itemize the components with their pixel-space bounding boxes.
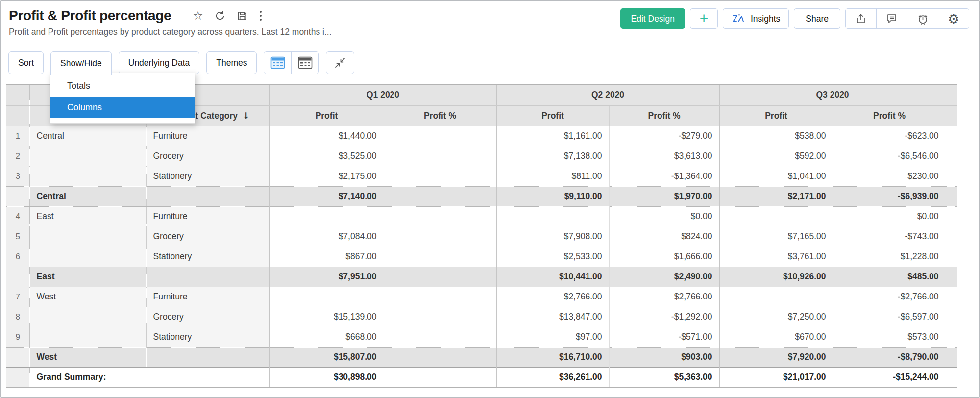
report-description: Profit and Profit percentages by product… <box>9 27 332 37</box>
value-cell: $0.00 <box>609 206 719 226</box>
value-cell: $9,110.00 <box>496 186 609 206</box>
category-cell <box>146 347 270 367</box>
pivot-view-icon[interactable] <box>291 52 318 74</box>
flat-table-view-icon[interactable] <box>264 52 291 74</box>
value-cell: $21,017.00 <box>719 367 833 387</box>
table-row: 9Stationery$668.00$97.00-$571.00$670.00$… <box>6 327 957 347</box>
value-cell: $573.00 <box>833 327 946 347</box>
stub-cell <box>946 186 957 206</box>
stub-cell <box>946 307 957 327</box>
stub-cell <box>946 226 957 247</box>
table-row: 5Grocery$7,084.00$7,908.00$824.00$7,165.… <box>6 226 957 247</box>
measure-header-profit[interactable]: Profit <box>719 105 833 126</box>
summary-row: East$7,951.00$10,441.00$2,490.00$10,926.… <box>6 267 957 287</box>
settings-gear-icon[interactable]: ⚙ <box>938 9 969 28</box>
stub-cell <box>946 347 957 367</box>
underlying-data-button[interactable]: Underlying Data <box>119 51 199 74</box>
edit-design-button[interactable]: Edit Design <box>620 8 685 29</box>
row-number-column-header <box>6 85 29 105</box>
row-number-column-header <box>6 105 29 126</box>
stub-cell <box>946 287 957 307</box>
sort-descending-icon: ↓ <box>243 111 250 121</box>
value-cell: -$15,244.00 <box>833 367 946 387</box>
value-cell: -$2,766.00 <box>833 287 946 307</box>
category-cell: Stationery <box>146 327 270 347</box>
star-icon[interactable]: ☆ <box>193 10 203 22</box>
value-cell: $3,525.00 <box>270 146 384 166</box>
category-cell: Grocery <box>146 146 270 166</box>
measure-header-profit[interactable]: Profit % <box>384 105 496 126</box>
more-vertical-icon[interactable] <box>259 10 263 22</box>
insights-label: Insights <box>751 14 780 24</box>
stub-cell <box>946 166 957 186</box>
measure-header-profit[interactable]: Profit <box>270 105 384 126</box>
category-cell: Stationery <box>146 166 270 186</box>
share-button[interactable]: Share <box>794 8 840 29</box>
row-number-cell: 1 <box>6 126 29 146</box>
row-number-cell: 6 <box>6 247 29 267</box>
value-cell <box>384 206 496 226</box>
value-cell: $1,228.00 <box>833 247 946 267</box>
region-cell <box>29 247 146 267</box>
value-cell <box>270 206 384 226</box>
comment-icon[interactable] <box>876 9 907 28</box>
value-cell: $10,926.00 <box>719 267 833 287</box>
zia-insights-button[interactable]: Insights <box>723 8 789 29</box>
stub-cell <box>946 327 957 347</box>
value-cell <box>384 247 496 267</box>
refresh-icon[interactable] <box>214 10 226 22</box>
table-row: 3Stationery$2,175.00$811.00-$1,364.00$1,… <box>6 166 957 186</box>
value-cell <box>384 347 496 367</box>
themes-button[interactable]: Themes <box>206 51 257 74</box>
quarter-header: Q1 2020 <box>270 85 496 105</box>
measure-header-profit[interactable]: Profit <box>496 105 609 126</box>
table-row: 6Stationery$867.00$2,533.00$1,666.00$3,7… <box>6 247 957 267</box>
value-cell: $7,138.00 <box>496 146 609 166</box>
category-cell: Grocery <box>146 226 270 247</box>
menu-item-totals[interactable]: Totals <box>50 75 195 97</box>
value-cell <box>384 186 496 206</box>
pivot-table-container: Q1 2020Q2 2020Q3 2020Product Category↓Pr… <box>6 84 957 388</box>
value-cell: $7,084.00 <box>270 226 384 247</box>
export-icon[interactable] <box>846 9 876 28</box>
zia-logo-icon <box>732 13 746 25</box>
collapse-button[interactable] <box>326 51 354 74</box>
row-number-cell: 7 <box>6 287 29 307</box>
value-cell: -$1,364.00 <box>609 166 719 186</box>
region-cell <box>29 327 146 347</box>
value-cell: $592.00 <box>719 146 833 166</box>
measure-header-profit[interactable]: Profit % <box>833 105 946 126</box>
add-button[interactable]: + <box>690 8 718 29</box>
value-cell: $1,041.00 <box>719 166 833 186</box>
menu-item-columns[interactable]: Columns <box>50 97 195 118</box>
table-row: 7WestFurniture$2,766.00$2,766.00-$2,766.… <box>6 287 957 307</box>
alert-clock-icon[interactable] <box>907 9 938 28</box>
row-number-cell: 2 <box>6 146 29 166</box>
value-cell <box>384 126 496 146</box>
value-cell: $97.00 <box>496 327 609 347</box>
region-cell: West <box>29 347 146 367</box>
value-cell: $867.00 <box>270 247 384 267</box>
value-cell: -$6,939.00 <box>833 186 946 206</box>
grand-summary-label: Grand Summary: <box>29 367 270 387</box>
value-cell: -$6,597.00 <box>833 307 946 327</box>
show-hide-button[interactable]: Show/Hide <box>50 51 112 75</box>
value-cell: $15,807.00 <box>270 347 384 367</box>
value-cell <box>384 226 496 247</box>
sort-button[interactable]: Sort <box>8 51 44 74</box>
measure-header-profit[interactable]: Profit % <box>609 105 719 126</box>
stub-cell <box>946 126 957 146</box>
save-icon[interactable] <box>237 10 248 22</box>
category-cell <box>146 267 270 287</box>
value-cell <box>496 206 609 226</box>
value-cell: $3,761.00 <box>719 247 833 267</box>
value-cell <box>384 327 496 347</box>
value-cell: $2,766.00 <box>609 287 719 307</box>
analytics-report-window: Profit & Profit percentage ☆ <box>0 0 980 398</box>
row-number-cell: 9 <box>6 327 29 347</box>
region-cell: West <box>29 287 146 307</box>
value-cell: $36,261.00 <box>496 367 609 387</box>
row-number-cell: 8 <box>6 307 29 327</box>
report-icon-buttons: ⚙ <box>845 8 969 29</box>
quarter-header: Q2 2020 <box>496 85 719 105</box>
